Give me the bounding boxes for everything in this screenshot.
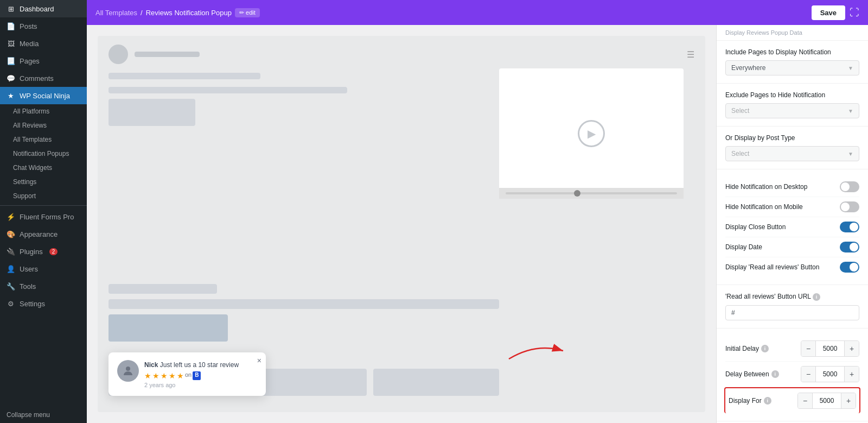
post-type-select[interactable]: Select ▼ xyxy=(725,146,859,161)
notif-date: 2 years ago xyxy=(144,382,257,388)
notif-body: Nick Just left us a 10 star review ★ ★ ★… xyxy=(144,360,257,388)
preview-slider-thumb xyxy=(574,190,580,197)
initial-delay-decrement[interactable]: − xyxy=(801,341,815,356)
panel-top-partial: Display Reviews Popup Data xyxy=(717,25,868,41)
expand-button[interactable]: ⛶ xyxy=(850,7,859,18)
toggle-close-btn-switch[interactable] xyxy=(840,222,859,232)
sidebar-item-wp-social-ninja[interactable]: ★ WP Social Ninja xyxy=(0,87,87,104)
users-icon: 👤 xyxy=(7,264,15,273)
display-for-info[interactable]: i xyxy=(764,397,771,405)
exclude-select[interactable]: Select ▼ xyxy=(725,103,859,118)
preview-row-3 xyxy=(108,314,228,342)
initial-delay-value: 5000 xyxy=(815,341,845,356)
preview-area: ☰ ▶ xyxy=(87,25,716,423)
breadcrumb-separator: / xyxy=(141,9,143,17)
save-button[interactable]: Save xyxy=(812,5,845,20)
sidebar-sub-item-all-reviews[interactable]: All Reviews xyxy=(0,118,87,132)
preview-block-2 xyxy=(108,87,347,93)
panel-exclude-section: Exclude Pages to Hide Notification Selec… xyxy=(717,84,868,127)
toggle-close-btn: Display Close Button xyxy=(725,217,859,237)
display-for-decrement[interactable]: − xyxy=(798,393,812,408)
breadcrumb-link[interactable]: All Templates xyxy=(95,9,137,17)
plugins-icon: 🔌 xyxy=(7,247,15,256)
sidebar-item-fluent-forms[interactable]: ⚡ Fluent Forms Pro xyxy=(0,208,87,225)
pages-icon: 📃 xyxy=(7,56,15,65)
sidebar-item-dashboard[interactable]: ⊞ Dashboard xyxy=(0,0,87,17)
notification-popup: Nick Just left us a 10 star review ★ ★ ★… xyxy=(108,352,266,396)
sidebar-item-plugins[interactable]: 🔌 Plugins 2 xyxy=(0,243,87,260)
fluent-forms-icon: ⚡ xyxy=(7,212,15,221)
sidebar-item-users[interactable]: 👤 Users xyxy=(0,260,87,277)
sidebar-sub-item-chat-widgets[interactable]: Chat Widgets xyxy=(0,161,87,175)
sidebar-item-appearance[interactable]: 🎨 Appearance xyxy=(0,225,87,243)
toggle-desktop-switch[interactable] xyxy=(840,181,859,192)
url-label: 'Read all reviews' Button URL i xyxy=(725,293,859,301)
sidebar-sub-item-notification-popups[interactable]: Notification Popups xyxy=(0,147,87,161)
preview-menu-icon: ☰ xyxy=(687,49,694,60)
star-3: ★ xyxy=(161,371,168,380)
include-select[interactable]: Everywhere ▼ xyxy=(725,60,859,75)
post-type-chevron: ▼ xyxy=(848,151,853,157)
delay-between-info[interactable]: i xyxy=(771,370,779,378)
sidebar-sub-item-support[interactable]: Support xyxy=(0,189,87,203)
sidebar-sub-item-all-templates[interactable]: All Templates xyxy=(0,132,87,147)
sidebar-sub-item-settings[interactable]: Settings xyxy=(0,175,87,189)
appearance-icon: 🎨 xyxy=(7,230,15,238)
delay-between-decrement[interactable]: − xyxy=(801,367,815,382)
preview-slider-track[interactable] xyxy=(506,192,677,194)
initial-delay-info[interactable]: i xyxy=(761,345,769,352)
initial-delay-increment[interactable]: + xyxy=(845,341,859,356)
plugins-badge: 2 xyxy=(49,248,58,255)
url-info-icon[interactable]: i xyxy=(813,293,820,301)
sidebar-item-posts[interactable]: 📄 Posts xyxy=(0,17,87,35)
preview-row-1 xyxy=(108,284,217,294)
preview-header: ☰ xyxy=(98,36,705,73)
url-input[interactable] xyxy=(725,305,859,320)
comments-icon: 💬 xyxy=(7,74,15,83)
panel-include-section: Include Pages to Display Notification Ev… xyxy=(717,41,868,84)
notif-close-button[interactable]: × xyxy=(257,357,261,364)
toggle-mobile-switch[interactable] xyxy=(840,201,859,212)
sidebar: ⊞ Dashboard 📄 Posts 🖼 Media 📃 Pages 💬 Co… xyxy=(0,0,87,423)
toggle-read-all-switch[interactable] xyxy=(840,262,859,273)
sidebar-item-settings[interactable]: ⚙ Settings xyxy=(0,295,87,312)
notif-review-text: Just left us a 10 star review xyxy=(160,361,239,369)
sidebar-sub-item-all-platforms[interactable]: All Platforms xyxy=(0,104,87,118)
edit-badge[interactable]: ✏ edit xyxy=(235,8,260,17)
person-icon xyxy=(122,364,135,377)
toggle-read-all: Display 'Read all reviews' Button xyxy=(725,257,859,277)
sidebar-item-comments[interactable]: 💬 Comments xyxy=(0,70,87,87)
page-title: Reviews Notification Popup xyxy=(146,9,232,17)
preview-tile-3 xyxy=(373,369,499,396)
toggle-date: Display Date xyxy=(725,237,859,257)
topbar: All Templates / Reviews Notification Pop… xyxy=(87,0,868,25)
delay-between-increment[interactable]: + xyxy=(845,367,859,382)
preview-play-button[interactable]: ▶ xyxy=(578,120,605,147)
svg-point-0 xyxy=(126,367,130,371)
sidebar-item-media[interactable]: 🖼 Media xyxy=(0,35,87,52)
display-for-increment[interactable]: + xyxy=(841,393,856,408)
star-2: ★ xyxy=(152,371,159,380)
notif-text: Nick Just left us a 10 star review xyxy=(144,360,257,370)
breadcrumb: All Templates / Reviews Notification Pop… xyxy=(95,8,260,17)
content-area: ☰ ▶ xyxy=(87,25,868,423)
media-icon: 🖼 xyxy=(7,39,15,48)
star-4: ★ xyxy=(169,371,176,380)
notif-avatar xyxy=(117,360,139,382)
preview-block-3 xyxy=(108,99,195,126)
sidebar-item-tools[interactable]: 🔧 Tools xyxy=(0,277,87,295)
preview-slider-bar xyxy=(499,188,684,199)
sidebar-item-pages[interactable]: 📃 Pages xyxy=(0,52,87,70)
preview-avatar xyxy=(108,45,128,64)
include-chevron: ▼ xyxy=(848,65,853,71)
delay-between-stepper: − 5000 + xyxy=(801,366,859,382)
wp-social-ninja-icon: ★ xyxy=(7,91,15,100)
toggle-date-switch[interactable] xyxy=(840,242,859,252)
initial-delay-stepper: − 5000 + xyxy=(801,340,859,357)
collapse-menu-button[interactable]: Collapse menu xyxy=(0,407,87,423)
panel-steppers-section: Initial Delay i − 5000 + Delay Between i xyxy=(717,329,868,421)
post-type-label: Or Display by Post Type xyxy=(725,134,859,142)
preview-video-card: ▶ xyxy=(499,68,684,199)
star-5: ★ xyxy=(177,371,184,380)
delay-between-row: Delay Between i − 5000 + xyxy=(725,362,859,387)
